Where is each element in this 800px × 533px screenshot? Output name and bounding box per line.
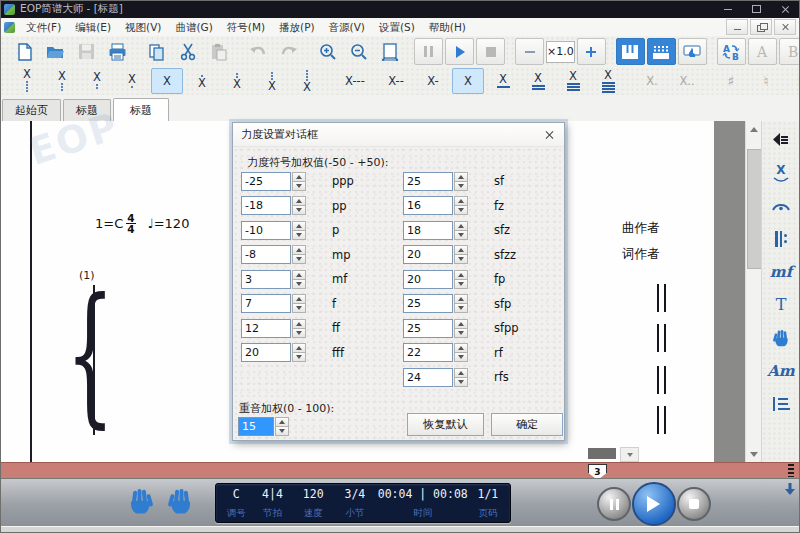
spinner[interactable]: 15 [238,417,289,436]
p-spinner[interactable]: -10 [241,221,306,240]
spin-up-icon[interactable] [292,172,306,182]
spin-up-icon[interactable] [454,221,468,231]
lyricist-placeholder[interactable]: 词作者 [622,246,660,263]
note-octave-up-3-button[interactable]: X [256,68,288,94]
spinner-value[interactable]: 22 [403,343,453,362]
repeat-barline-tool-button[interactable] [775,222,787,255]
spinner-value[interactable]: 20 [403,270,453,289]
spin-down-icon[interactable] [454,280,468,289]
spin-down-icon[interactable] [454,329,468,338]
spinner-value[interactable]: 16 [403,196,453,215]
menu-item[interactable]: 编辑(E) [68,18,118,36]
spin-down-icon[interactable] [454,255,468,264]
spinner-value[interactable]: -25 [241,172,291,191]
note-octave-down-4-button[interactable]: X [11,68,43,94]
zoom-out-button[interactable] [344,38,373,65]
spin-down-icon[interactable] [454,304,468,313]
f-spinner[interactable]: 7 [241,294,306,313]
fp-spinner[interactable]: 20 [403,270,468,289]
natural-button[interactable]: ♮ [750,68,782,94]
note-double-dot-button[interactable]: X.. [671,68,703,94]
ppp-spinner[interactable]: -25 [241,172,306,191]
ok-button[interactable]: 确定 [491,413,563,436]
scroll-corner-button[interactable] [620,447,639,462]
spin-up-icon[interactable] [292,319,306,329]
spin-down-icon[interactable] [454,353,468,362]
tab-start-page[interactable]: 起始页 [2,99,61,121]
speed-decrease-button[interactable] [515,38,544,65]
mf-spinner[interactable]: 3 [241,270,306,289]
fermata-tool-button[interactable] [771,189,791,222]
spinner-value[interactable]: 20 [403,245,453,264]
hand-tool-button[interactable] [771,321,791,354]
ff-spinner[interactable]: 12 [241,319,306,338]
slur-tool-button[interactable]: X [773,156,789,189]
print-button[interactable] [103,38,132,65]
spin-up-icon[interactable] [292,270,306,280]
note-half-dotted-button[interactable]: X-- [378,68,414,94]
scroll-down-button[interactable] [746,447,762,462]
note-octave-down-2-button[interactable]: X [81,68,113,94]
menu-item[interactable]: 音源(V) [322,18,372,36]
menu-item[interactable]: 视图(V) [118,18,168,36]
spin-down-icon[interactable] [454,231,468,240]
sharp-button[interactable]: ♯ [715,68,747,94]
scroll-up-button[interactable] [746,121,762,136]
tab-score-2[interactable]: 标题 [113,98,169,122]
note-thirtysecond-button[interactable]: X [557,68,589,94]
panel-collapse-button[interactable] [783,481,797,500]
mp-spinner[interactable]: -8 [241,245,306,264]
spin-down-icon[interactable] [292,182,306,191]
spin-up-icon[interactable] [292,343,306,353]
paste-button[interactable] [204,38,233,65]
fit-width-button[interactable] [375,38,404,65]
new-file-button[interactable] [10,38,39,65]
spinner-value[interactable]: 12 [241,319,291,338]
save-button[interactable] [72,38,101,65]
spinner-value[interactable]: 3 [241,270,291,289]
note-sixtyfourth-button[interactable]: X [592,68,624,94]
note-octave-up-2-button[interactable]: X [221,68,253,94]
note-octave-up-1-button[interactable]: X [186,68,218,94]
vertical-scrollbar[interactable] [745,121,762,462]
part-b-button[interactable]: B [779,38,800,65]
spin-up-icon[interactable] [454,319,468,329]
spin-up-icon[interactable] [275,417,289,427]
part-a-button[interactable]: A [748,38,777,65]
spin-down-icon[interactable] [292,280,306,289]
spin-up-icon[interactable] [454,294,468,304]
right-hand-button[interactable] [165,486,195,520]
spinner-value[interactable]: 20 [241,343,291,362]
menu-item[interactable]: 曲谱(G) [168,18,219,36]
piano-keyboard-toggle[interactable] [616,38,645,65]
dialog-close-button[interactable] [534,123,564,146]
menu-item[interactable]: 播放(P) [272,18,322,36]
flat-button[interactable]: ♭ [785,68,800,94]
minimize-button[interactable] [713,0,742,18]
text-tool-button[interactable]: T [776,288,787,321]
restore-defaults-button[interactable]: 恢复默认 [407,413,484,436]
accent-weight-value[interactable]: 15 [238,417,274,436]
redo-button[interactable] [274,38,303,65]
spinner-value[interactable]: -10 [241,221,291,240]
spinner-value[interactable]: 18 [403,221,453,240]
spin-up-icon[interactable] [454,270,468,280]
scrollbar-thumb[interactable] [747,149,762,269]
mdi-restore-button[interactable] [750,19,772,35]
note-half-button[interactable]: X- [417,68,449,94]
note-octave-down-1-button[interactable]: X [116,68,148,94]
spin-down-icon[interactable] [292,206,306,215]
spinner-value[interactable]: 7 [241,294,291,313]
chord-tool-button[interactable]: Am [767,354,795,387]
menu-item[interactable]: 符号(M) [220,18,272,36]
dynamics-tool-button[interactable]: mf [770,255,792,288]
mdi-minimize-button[interactable] [726,19,748,35]
spin-up-icon[interactable] [292,245,306,255]
spinner-value[interactable]: -18 [241,196,291,215]
spin-up-icon[interactable] [454,196,468,206]
spin-up-icon[interactable] [292,221,306,231]
lyrics-tool-button[interactable] [773,387,789,420]
sfp-spinner[interactable]: 25 [403,294,468,313]
spin-down-icon[interactable] [292,304,306,313]
spin-down-icon[interactable] [292,255,306,264]
